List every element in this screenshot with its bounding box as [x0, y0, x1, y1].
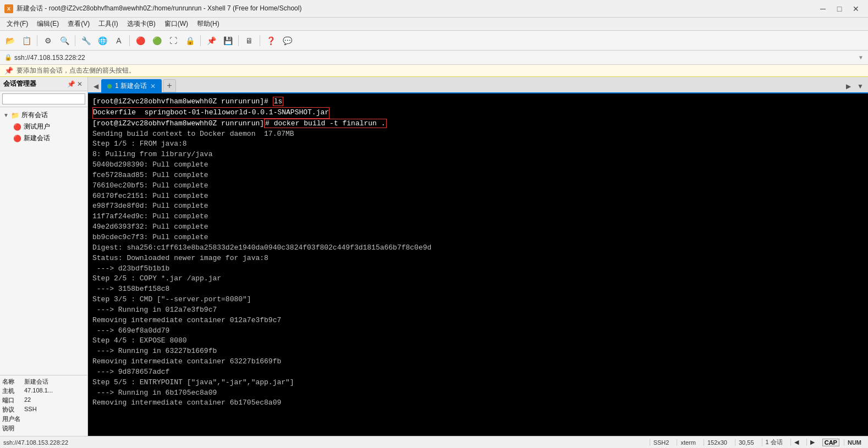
- term-line-21: ---> Running in 012a7e3fb9c7: [92, 305, 864, 316]
- expand-icon: ▼: [3, 112, 9, 118]
- menu-item-I[interactable]: 工具(I): [94, 18, 122, 30]
- status-size: 152x30: [704, 439, 730, 446]
- menu-item-H[interactable]: 帮助(H): [193, 18, 224, 30]
- tab-right-buttons: ▶ ▼: [843, 80, 866, 92]
- session-icon-2: 🔴: [13, 135, 21, 142]
- prop-label-name: 名称: [2, 378, 24, 386]
- prop-value-host: 47.108.1...: [24, 387, 53, 395]
- prop-label-port: 端口: [2, 396, 24, 405]
- toolbar-btn-2[interactable]: 📋: [19, 33, 34, 48]
- prop-row-protocol: 协议 SSH: [2, 406, 85, 414]
- term-line-12: 11f7af24ed9c: Pull complete: [92, 212, 864, 222]
- status-nav-right[interactable]: ▶: [806, 439, 818, 446]
- term-line-14: bb9cdec9c7f3: Pull complete: [92, 233, 864, 243]
- tab-1-label: 1 新建会话: [115, 81, 147, 91]
- close-button[interactable]: ✕: [848, 3, 864, 14]
- window-controls: ─ □ ✕: [815, 3, 864, 14]
- sidebar-item-label-2: 新建会话: [24, 134, 50, 143]
- prop-row-host: 主机 47.108.1...: [2, 387, 85, 395]
- maximize-button[interactable]: □: [832, 3, 847, 14]
- sidebar-pin-button[interactable]: 📌: [67, 80, 75, 89]
- notification-text: 要添加当前会话，点击左侧的箭头按钮。: [17, 66, 135, 75]
- status-nav-left[interactable]: ◀: [790, 439, 802, 446]
- tab-nav-left[interactable]: ◀: [90, 80, 101, 92]
- toolbar-sep-3: [129, 35, 130, 46]
- menu-bar: 文件(F)编辑(E)查看(V)工具(I)选项卡(B)窗口(W)帮助(H): [0, 18, 868, 31]
- prop-row-port: 端口 22: [2, 396, 85, 405]
- tab-1[interactable]: 1 新建会话 ✕: [101, 79, 162, 92]
- status-bar: ssh://47.108.153.228:22 SSH2 xterm 152x3…: [0, 436, 868, 448]
- tab-nav-right[interactable]: ▶: [843, 80, 854, 92]
- term-line-27: ---> 9d878657adcf: [92, 367, 864, 378]
- tab-menu-button[interactable]: ▼: [855, 80, 866, 92]
- toolbar-btn-13[interactable]: 💾: [220, 33, 235, 48]
- status-term: xterm: [677, 439, 699, 446]
- sidebar-item-test-user[interactable]: 🔴 测试用户: [0, 121, 87, 132]
- prop-value-name: 新建会话: [24, 378, 48, 386]
- toolbar-btn-6[interactable]: 🌐: [95, 33, 110, 48]
- term-line-9: 76610ec20bf5: Pull complete: [92, 181, 864, 191]
- term-line-22: Removing intermediate container 012a7e3f…: [92, 316, 864, 326]
- toolbar-help[interactable]: ❓: [263, 33, 278, 48]
- status-address: ssh://47.108.153.228:22: [3, 439, 645, 446]
- toolbar-sep-1: [37, 35, 37, 46]
- app-icon: X: [4, 4, 13, 13]
- term-line-24: Step 4/5 : EXPOSE 8080: [92, 336, 864, 346]
- status-ssh: SSH2: [650, 439, 673, 446]
- toolbar-btn-12[interactable]: 📌: [204, 33, 219, 48]
- toolbar-btn-7[interactable]: A: [111, 33, 127, 48]
- term-line-29: ---> Running in 6b1705ec8a09: [92, 388, 864, 399]
- prop-value-port: 22: [24, 396, 31, 405]
- sidebar-close-button[interactable]: ✕: [75, 80, 84, 89]
- properties-panel: 名称 新建会话 主机 47.108.1... 端口 22 协议 SSH 用户名 …: [0, 375, 87, 436]
- menu-item-F[interactable]: 文件(F): [2, 18, 32, 30]
- term-prompt-1: [root@iZ2vc28obhvfham8wewhh0Z runrunrun]…: [92, 97, 273, 106]
- minimize-button[interactable]: ─: [815, 3, 831, 14]
- toolbar-sep-4: [200, 35, 201, 46]
- term-line-18: Step 2/5 : COPY *.jar /app.jar: [92, 274, 864, 284]
- menu-item-E[interactable]: 编辑(E): [32, 18, 63, 30]
- tab-add-button[interactable]: +: [163, 79, 176, 92]
- menu-item-B[interactable]: 选项卡(B): [123, 18, 160, 30]
- tab-1-close-icon[interactable]: ✕: [150, 83, 156, 90]
- toolbar-btn-3[interactable]: ⚙: [40, 33, 56, 48]
- menu-item-W[interactable]: 窗口(W): [160, 18, 193, 30]
- lock-icon: 🔒: [4, 54, 12, 61]
- prop-row-description: 说明: [2, 424, 85, 433]
- toolbar-btn-14[interactable]: 🖥: [241, 33, 257, 48]
- sidebar-item-all-sessions[interactable]: ▼ 📁 所有会话: [0, 109, 87, 121]
- term-line-13: 49e2d6393f32: Pull complete: [92, 222, 864, 233]
- folder-icon: 📁: [11, 112, 19, 119]
- toolbar-btn-11[interactable]: 🔒: [182, 33, 197, 48]
- toolbar-chat[interactable]: 💬: [279, 33, 295, 48]
- status-sessions: 1 会话: [762, 438, 786, 446]
- toolbar-btn-10[interactable]: ⛶: [166, 33, 181, 48]
- toolbar-btn-8[interactable]: 🔴: [133, 33, 148, 48]
- sidebar-title: 会话管理器: [3, 79, 67, 89]
- title-bar: X 新建会话 - root@iZ2vc28obhvfham8wewhh0Z:/h…: [0, 0, 868, 18]
- sidebar-search-input[interactable]: [2, 93, 85, 104]
- address-text: ssh://47.108.153.228:22: [14, 54, 85, 62]
- sidebar: 会话管理器 📌 ✕ ▼ 📁 所有会话 🔴 测试用户 🔴 新建会话: [0, 77, 88, 436]
- tree-root-label: 所有会话: [21, 110, 48, 120]
- notification-bar: 📌 要添加当前会话，点击左侧的箭头按钮。: [0, 65, 868, 77]
- toolbar-new-session[interactable]: 📂: [2, 33, 18, 48]
- menu-item-V[interactable]: 查看(V): [63, 18, 94, 30]
- toolbar-btn-5[interactable]: 🔧: [78, 33, 94, 48]
- term-line-5: Step 1/5 : FROM java:8: [92, 139, 864, 150]
- prop-value-protocol: SSH: [24, 406, 37, 414]
- address-dropdown-icon[interactable]: ▼: [858, 54, 864, 60]
- sidebar-item-new-session[interactable]: 🔴 新建会话: [0, 132, 87, 144]
- toolbar-btn-9[interactable]: 🟢: [149, 33, 164, 48]
- prop-row-name: 名称 新建会话: [2, 378, 85, 386]
- term-line-10: 60170fec2151: Pull complete: [92, 191, 864, 202]
- terminal[interactable]: [root@iZ2vc28obhvfham8wewhh0Z runrunrun]…: [88, 93, 868, 436]
- status-num: NUM: [844, 439, 865, 446]
- sidebar-search-box: [0, 91, 87, 107]
- toolbar-btn-4[interactable]: 🔍: [57, 33, 72, 48]
- term-line-2: Dockerfile springboot-01-helloworld-0.0.…: [92, 107, 329, 119]
- term-line-25: ---> Running in 63227b1669fb: [92, 346, 864, 357]
- prop-label-username: 用户名: [2, 415, 24, 423]
- toolbar-sep-5: [238, 35, 239, 46]
- session-icon-1: 🔴: [13, 123, 21, 131]
